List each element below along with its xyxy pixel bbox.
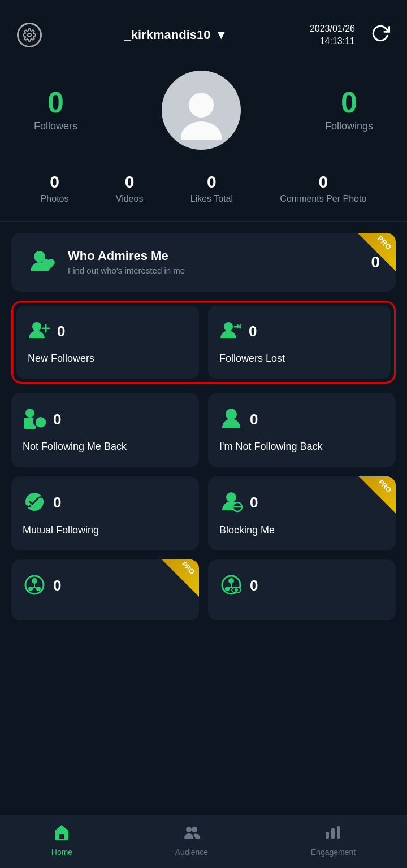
nav-audience[interactable]: Audience (175, 824, 208, 857)
svg-point-4 (32, 322, 41, 331)
bottom-left-count: 0 (53, 577, 61, 594)
svg-point-7 (224, 322, 233, 331)
new-followers-label: New Followers (28, 352, 188, 365)
svg-text:×: × (236, 322, 241, 331)
photos-label: Photos (41, 194, 69, 204)
followings-count: 0 (325, 88, 373, 117)
svg-point-0 (28, 33, 31, 37)
followers-label: Followers (34, 120, 77, 132)
nav-engagement[interactable]: Engagement (311, 824, 356, 857)
bottom-left-icon (23, 573, 46, 599)
mutual-following-label: Mutual Following (23, 524, 188, 537)
comments-count: 0 (280, 172, 366, 192)
datetime-display: 2023/01/26 14:13:11 (310, 23, 355, 48)
nav-home[interactable]: Home (51, 824, 72, 857)
settings-icon[interactable] (17, 23, 42, 47)
not-following-back-label: Not Following Me Back (23, 440, 188, 453)
svg-point-30 (235, 588, 238, 592)
not-following-back-count: 0 (53, 411, 61, 428)
pro-badge-who-admires: PRO (355, 233, 396, 274)
nav-engagement-label: Engagement (311, 848, 356, 857)
bottom-left-card[interactable]: 0 PRO (11, 559, 199, 620)
new-followers-icon (28, 319, 50, 344)
comments-label: Comments Per Photo (280, 194, 366, 204)
svg-point-1 (189, 93, 214, 118)
secondary-stats: 0 Photos 0 Videos 0 Likes Total 0 Commen… (0, 167, 407, 222)
followers-stat[interactable]: 0 Followers (34, 88, 77, 132)
videos-label: Videos (116, 194, 144, 204)
refresh-icon[interactable] (371, 24, 390, 47)
blocking-me-count: 0 (250, 494, 258, 511)
svg-point-25 (228, 578, 234, 584)
avatar[interactable] (162, 71, 241, 150)
im-not-following-icon (219, 406, 243, 432)
followers-count: 0 (34, 88, 77, 117)
photos-stat[interactable]: 0 Photos (41, 172, 69, 204)
svg-rect-34 (326, 832, 329, 839)
blocking-me-card[interactable]: 0 Blocking Me PRO (208, 476, 396, 550)
svg-point-33 (192, 827, 197, 832)
mutual-following-icon (23, 490, 46, 516)
svg-text:⬤: ⬤ (35, 416, 46, 428)
not-following-back-icon: ⬤ (23, 406, 46, 432)
photos-count: 0 (41, 172, 69, 192)
home-icon (53, 824, 70, 845)
svg-point-11 (25, 409, 34, 418)
likes-stat[interactable]: 0 Likes Total (190, 172, 233, 204)
followers-lost-card[interactable]: × 0 Followers Lost (208, 306, 391, 379)
who-admires-subtitle: Find out who's interested in me (68, 266, 360, 275)
engagement-icon (324, 824, 341, 845)
followings-stat[interactable]: 0 Followings (325, 88, 373, 132)
dropdown-arrow-icon: ▼ (215, 28, 228, 42)
im-not-following-label: I'm Not Following Back (219, 440, 384, 453)
pro-badge-blocking: PRO (356, 476, 396, 516)
blocking-me-icon (219, 490, 243, 516)
username-area[interactable]: _kirkmandis10 ▼ (124, 28, 228, 42)
svg-rect-36 (337, 826, 340, 839)
svg-point-14 (226, 409, 237, 420)
not-following-card[interactable]: 0 I'm Not Following Back (208, 393, 396, 467)
im-not-following-count: 0 (250, 411, 258, 428)
mutual-following-card[interactable]: 0 Mutual Following (11, 476, 199, 550)
username-text: _kirkmandis10 (124, 28, 211, 42)
nav-audience-label: Audience (175, 848, 208, 857)
bottom-nav: Home Audience Engagement (0, 815, 407, 868)
videos-count: 0 (116, 172, 144, 192)
pro-badge-bottom-left: PRO (159, 559, 199, 599)
videos-stat[interactable]: 0 Videos (116, 172, 144, 204)
who-admires-icon (27, 246, 57, 278)
highlighted-grid: 0 New Followers × 0 Followers Lost (11, 301, 396, 384)
mutual-following-count: 0 (53, 494, 61, 511)
mutual-blocking-grid: 0 Mutual Following 0 Blocking Me (11, 476, 396, 550)
likes-count: 0 (190, 172, 233, 192)
svg-point-21 (32, 578, 37, 584)
bottom-right-card[interactable]: 0 (208, 559, 396, 620)
who-admires-card[interactable]: Who Admires Me Find out who's interested… (11, 233, 396, 292)
followers-lost-label: Followers Lost (219, 352, 379, 365)
blocking-me-label: Blocking Me (219, 524, 384, 537)
followings-label: Followings (325, 120, 373, 132)
header: _kirkmandis10 ▼ 2023/01/26 14:13:11 (0, 0, 407, 59)
svg-point-32 (186, 827, 192, 832)
likes-label: Likes Total (190, 194, 233, 204)
svg-rect-31 (59, 834, 64, 839)
svg-point-2 (181, 121, 222, 140)
following-back-grid: ⬤ 0 Not Following Me Back 0 I'm Not Foll… (11, 393, 396, 467)
cards-area: Who Admires Me Find out who's interested… (0, 222, 407, 677)
nav-home-label: Home (51, 848, 72, 857)
who-admires-title: Who Admires Me (68, 249, 360, 263)
avatar-icon (173, 84, 230, 148)
not-following-back-card[interactable]: ⬤ 0 Not Following Me Back (11, 393, 199, 467)
svg-point-16 (226, 492, 236, 502)
bottom-cards-grid: 0 PRO (11, 559, 396, 620)
profile-section: 0 Followers 0 Followings (0, 59, 407, 167)
comments-stat[interactable]: 0 Comments Per Photo (280, 172, 366, 204)
followers-lost-icon: × (219, 319, 242, 344)
new-followers-card[interactable]: 0 New Followers (16, 306, 199, 379)
followers-lost-count: 0 (249, 323, 257, 340)
new-followers-count: 0 (57, 323, 65, 340)
audience-icon (183, 824, 200, 845)
bottom-right-icon (219, 573, 243, 599)
bottom-right-count: 0 (250, 577, 258, 594)
svg-rect-35 (331, 828, 335, 839)
